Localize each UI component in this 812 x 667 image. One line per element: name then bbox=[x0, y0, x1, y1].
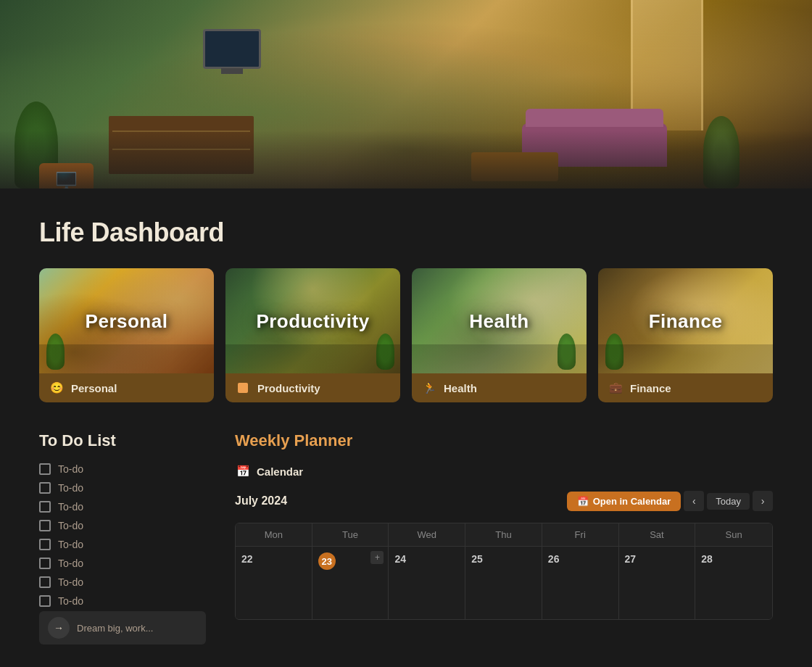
calendar-cell-25[interactable]: 25 bbox=[465, 547, 542, 619]
card-footer-personal: 😊 Personal bbox=[39, 373, 214, 402]
cell-date-28: 28 bbox=[701, 553, 713, 565]
card-footer-label-personal: Personal bbox=[71, 382, 117, 394]
calendar-cell-28[interactable]: 28 bbox=[695, 547, 772, 619]
cell-date-25: 25 bbox=[471, 553, 483, 565]
calendar-week-row: 22 23 + 24 25 26 2 bbox=[236, 546, 772, 619]
card-image-label-finance: Finance bbox=[649, 310, 723, 332]
todo-section: To Do List To-do To-do To-do To-do bbox=[39, 431, 206, 645]
card-image-productivity: Productivity bbox=[225, 268, 400, 373]
todo-checkbox-8[interactable] bbox=[39, 595, 51, 607]
todo-item-2[interactable]: To-do bbox=[39, 482, 206, 494]
card-image-finance: Finance bbox=[598, 268, 773, 373]
calendar-controls-group: 📅 Open in Calendar ‹ Today › bbox=[567, 491, 773, 511]
todo-note[interactable]: → Dream big, work... bbox=[39, 611, 206, 645]
todo-item-4[interactable]: To-do bbox=[39, 520, 206, 531]
card-image-label-personal: Personal bbox=[86, 310, 168, 332]
main-content: Life Dashboard Personal 😊 Personal bbox=[0, 188, 812, 667]
todo-title: To Do List bbox=[39, 431, 206, 450]
todo-checkbox-5[interactable] bbox=[39, 539, 51, 550]
category-card-finance[interactable]: Finance 💼 Finance bbox=[598, 268, 773, 402]
calendar-cell-24[interactable]: 24 bbox=[389, 547, 465, 619]
todo-text-5: To-do bbox=[58, 539, 83, 550]
todo-item-5[interactable]: To-do bbox=[39, 539, 206, 550]
calendar-btn-icon: 📅 bbox=[577, 496, 589, 507]
calendar-days-header: Mon Tue Wed Thu Fri Sat Sun bbox=[236, 523, 772, 546]
todo-checkbox-1[interactable] bbox=[39, 463, 51, 475]
category-card-personal[interactable]: Personal 😊 Personal bbox=[39, 268, 214, 402]
todo-text-1: To-do bbox=[58, 463, 83, 475]
open-calendar-button[interactable]: 📅 Open in Calendar bbox=[567, 492, 682, 511]
calendar-month-label: July 2024 bbox=[235, 494, 287, 508]
calendar-cell-27[interactable]: 27 bbox=[619, 547, 696, 619]
productivity-icon bbox=[236, 381, 250, 395]
cell-date-27: 27 bbox=[625, 553, 637, 565]
todo-checkbox-2[interactable] bbox=[39, 482, 51, 494]
card-image-personal: Personal bbox=[39, 268, 214, 373]
category-grid: Personal 😊 Personal Productivity bbox=[39, 268, 773, 402]
day-header-mon: Mon bbox=[236, 523, 312, 546]
sofa-shape bbox=[522, 123, 667, 167]
calendar-header-bar: 📅 Calendar bbox=[235, 463, 773, 479]
plant1-shape bbox=[14, 102, 58, 188]
card-image-label-health: Health bbox=[469, 310, 529, 332]
card-footer-health: 🏃 Health bbox=[412, 373, 587, 402]
open-calendar-label: Open in Calendar bbox=[593, 496, 671, 507]
plant2-shape bbox=[703, 116, 740, 188]
tv-shape bbox=[203, 29, 261, 69]
card-footer-label-productivity: Productivity bbox=[257, 382, 320, 394]
cell-date-23: 23 bbox=[318, 552, 336, 570]
table-shape bbox=[471, 152, 558, 181]
day-header-sat: Sat bbox=[619, 523, 696, 546]
today-button[interactable]: Today bbox=[707, 493, 750, 510]
card-footer-label-finance: Finance bbox=[630, 382, 671, 394]
next-week-button[interactable]: › bbox=[753, 491, 773, 511]
card-image-label-productivity: Productivity bbox=[256, 310, 369, 332]
health-icon: 🏃 bbox=[422, 381, 436, 395]
todo-text-8: To-do bbox=[58, 595, 83, 607]
day-header-wed: Wed bbox=[389, 523, 465, 546]
finance-icon: 💼 bbox=[608, 381, 623, 395]
note-icon: → bbox=[48, 617, 70, 639]
planner-section: Weekly Planner 📅 Calendar July 2024 📅 Op… bbox=[235, 431, 773, 645]
todo-checkbox-6[interactable] bbox=[39, 558, 51, 569]
calendar-icon: 📅 bbox=[235, 463, 251, 479]
card-footer-finance: 💼 Finance bbox=[598, 373, 773, 402]
todo-text-3: To-do bbox=[58, 501, 83, 513]
planner-title: Weekly Planner bbox=[235, 431, 773, 450]
cell-date-22: 22 bbox=[241, 553, 253, 565]
todo-items: To-do To-do To-do To-do To-do bbox=[39, 463, 206, 607]
todo-checkbox-3[interactable] bbox=[39, 501, 51, 513]
calendar-nav-bar: July 2024 📅 Open in Calendar ‹ Today › bbox=[235, 491, 773, 511]
prev-week-button[interactable]: ‹ bbox=[684, 491, 704, 511]
todo-text-2: To-do bbox=[58, 482, 83, 494]
card-image-health: Health bbox=[412, 268, 587, 373]
cell-date-24: 24 bbox=[394, 553, 406, 565]
calendar-cell-23[interactable]: 23 + bbox=[312, 547, 389, 619]
hero-icon: 🖥️ bbox=[39, 163, 94, 188]
day-header-thu: Thu bbox=[465, 523, 542, 546]
todo-item-6[interactable]: To-do bbox=[39, 558, 206, 569]
personal-icon: 😊 bbox=[49, 381, 64, 395]
card-footer-label-health: Health bbox=[444, 382, 477, 394]
todo-item-7[interactable]: To-do bbox=[39, 576, 206, 588]
category-card-health[interactable]: Health 🏃 Health bbox=[412, 268, 587, 402]
todo-item-8[interactable]: To-do bbox=[39, 595, 206, 607]
calendar-grid: Mon Tue Wed Thu Fri Sat Sun 22 23 + bbox=[235, 523, 773, 620]
todo-text-4: To-do bbox=[58, 520, 83, 531]
todo-text-7: To-do bbox=[58, 576, 83, 588]
cell-add-button-23[interactable]: + bbox=[370, 551, 384, 564]
calendar-cell-22[interactable]: 22 bbox=[236, 547, 312, 619]
todo-checkbox-7[interactable] bbox=[39, 576, 51, 588]
todo-item-1[interactable]: To-do bbox=[39, 463, 206, 475]
shelf-shape bbox=[109, 116, 254, 174]
calendar-cell-26[interactable]: 26 bbox=[542, 547, 619, 619]
category-card-productivity[interactable]: Productivity Productivity bbox=[225, 268, 400, 402]
page-title: Life Dashboard bbox=[39, 218, 773, 248]
todo-note-text: Dream big, work... bbox=[77, 623, 153, 634]
day-header-tue: Tue bbox=[312, 523, 389, 546]
todo-item-3[interactable]: To-do bbox=[39, 501, 206, 513]
hero-icon-container: 🖥️ bbox=[39, 163, 94, 188]
bottom-section: To Do List To-do To-do To-do To-do bbox=[39, 431, 773, 645]
calendar-label: Calendar bbox=[257, 465, 303, 478]
todo-checkbox-4[interactable] bbox=[39, 520, 51, 531]
